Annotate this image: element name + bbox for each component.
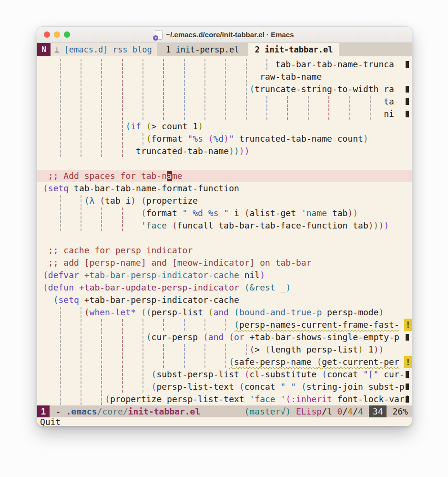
syntax-span: propertize persp-list-text — [110, 394, 250, 404]
indent-guide — [143, 332, 143, 343]
mode-line: 1 - .emacs/core/init-tabbar.el (master√)… — [37, 405, 412, 417]
indent-guide — [163, 59, 164, 70]
syntax-span: persp-list-text — [156, 382, 239, 392]
indentation — [43, 357, 229, 367]
indent-guide — [60, 319, 61, 331]
code-text: ;; cache for persp indicator — [48, 245, 193, 255]
syntax-span: raw-tab-name — [260, 72, 322, 82]
indent-guide — [122, 108, 123, 120]
indent-guide — [60, 83, 61, 95]
emacs-window: e ~/.emacs.d/core/init-tabbar.el · Emacs… — [37, 27, 412, 426]
code-line: 'face (funcall tab-bar-tab-face-function… — [43, 219, 412, 232]
syntax-span: ( — [100, 196, 105, 206]
indent-guide — [122, 121, 123, 132]
indent-guide — [184, 356, 185, 368]
code-line: (safe-persp-name (get-current-per! — [43, 356, 412, 368]
zoom-button[interactable] — [64, 31, 70, 38]
code-text: (> (length persp-list) 1)) — [249, 344, 384, 354]
syntax-span: "%s — [187, 134, 208, 144]
syntax-span: ( — [152, 369, 157, 379]
indent-guide — [163, 319, 164, 331]
code-text-warning-underline: (persp-names-current-frame-fast- — [234, 320, 399, 330]
indentation — [43, 295, 53, 305]
indentation — [43, 307, 84, 317]
window-title: ~/.emacs.d/core/init-tabbar.el · Emacs — [166, 31, 294, 39]
modeline-status: (master√) ELisp/l 0/4/4 — [244, 405, 363, 417]
modeline-segment: 4 — [358, 406, 363, 416]
syntax-span: ( — [172, 220, 177, 230]
syntax-span: tab-bar-tab-name-format-function — [69, 183, 239, 193]
truncation-indicator — [406, 111, 409, 117]
code-text: (cur-persp (and (or +tab-bar-shows-singl… — [146, 332, 399, 342]
cursor: a — [167, 171, 172, 181]
indent-guide — [308, 96, 309, 107]
title-bar[interactable]: e ~/.emacs.d/core/init-tabbar.el · Emacs — [37, 27, 412, 43]
code-line: (persp-list-text (concat " " (string-joi… — [43, 381, 412, 393]
syntax-span: ( — [146, 121, 152, 131]
minimize-button[interactable] — [54, 31, 60, 38]
modeline-segment: /core/ — [97, 406, 128, 416]
tab[interactable]: 1 init-persp.el — [157, 43, 248, 56]
close-button[interactable] — [44, 31, 50, 38]
syntax-span: ) — [384, 220, 389, 230]
indent-guide — [101, 59, 102, 70]
code-text: ni — [384, 109, 394, 119]
indent-guide — [122, 369, 123, 380]
code-line: raw-tab-name — [43, 71, 412, 83]
indentation — [43, 84, 249, 94]
indent-guide — [143, 344, 143, 355]
truncation-indicator — [406, 98, 409, 105]
syntax-span: ) — [285, 282, 291, 292]
indent-guide — [81, 356, 81, 368]
syntax-span: ) — [378, 220, 384, 230]
syntax-span: ) — [198, 121, 203, 131]
syntax-span: ;; cache for persp indicator — [48, 245, 193, 255]
buffer[interactable]: tab-bar-tab-name-trunca raw-tab-name (tr… — [37, 56, 412, 405]
syntax-span: ' — [281, 394, 286, 404]
syntax-span: ;; Add spaces for tab-n — [48, 171, 167, 181]
indent-guide — [122, 96, 123, 107]
syntax-span: me — [172, 171, 183, 181]
indent-guide — [101, 207, 102, 219]
indent-guide — [81, 319, 81, 331]
meow-modeline-badge: 1 — [37, 405, 50, 417]
emacs-badge-icon: e — [153, 35, 158, 41]
syntax-span: length persp-list — [270, 344, 358, 354]
syntax-span: ( — [84, 196, 90, 206]
indentation — [43, 369, 152, 379]
code-text: (truncate-string-to-width ra — [249, 84, 394, 94]
syntax-span: +tab-bar-shows-single-empty-p — [244, 332, 399, 342]
indent-guide — [184, 71, 185, 83]
indent-guide — [143, 356, 143, 368]
code-text: (format " %d %s " i (alist-get 'name tab… — [141, 208, 358, 218]
traffic-lights — [44, 27, 70, 42]
syntax-span: ) — [378, 344, 384, 354]
modeline-segment: init-tabbar.el — [128, 406, 201, 416]
code-text: (persp-list-text (concat " " (string-joi… — [152, 382, 405, 392]
syntax-span: alist-get — [250, 208, 301, 218]
tab-current[interactable]: 2 init-tabbar.el — [248, 43, 340, 56]
code-line: truncated-tab-name)))) — [43, 145, 412, 157]
indent-guide — [143, 71, 143, 83]
indent-guide — [101, 133, 102, 145]
syntax-span: +tab-bar-persp-indicator-cache — [79, 295, 239, 305]
code-text-warning-underline: (safe-persp-name (get-current-per — [229, 357, 399, 367]
indentation — [43, 220, 141, 230]
code-text: (propertize persp-list-text 'face '(:inh… — [105, 394, 409, 404]
indent-guide — [266, 96, 267, 107]
syntax-span: ( — [84, 307, 90, 317]
syntax-span — [94, 196, 100, 206]
syntax-span: setq — [48, 183, 69, 193]
indent-guide — [60, 96, 61, 107]
indent-guide — [122, 381, 123, 393]
indent-guide — [81, 394, 81, 405]
indent-guide — [246, 83, 247, 95]
indent-guide — [287, 108, 288, 120]
code-line: tab-bar-tab-name-trunca — [43, 58, 412, 71]
syntax-span: ) — [368, 220, 374, 230]
syntax-span: ) — [363, 134, 368, 144]
indent-guide — [143, 59, 143, 70]
syntax-span: ) — [239, 146, 244, 156]
indent-guide — [225, 319, 226, 331]
desktop: e ~/.emacs.d/core/init-tabbar.el · Emacs… — [0, 0, 448, 477]
